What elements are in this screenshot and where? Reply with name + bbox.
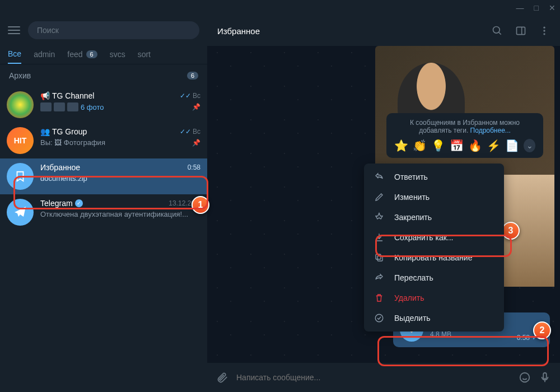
window-controls: — □ ✕ bbox=[0, 0, 560, 16]
message-input-row bbox=[207, 363, 560, 392]
copy-icon bbox=[374, 253, 384, 263]
read-checks-icon: ✓✓ bbox=[180, 92, 191, 100]
chat-panel: Избранное К сообщениям в Избранном можно… bbox=[207, 16, 560, 392]
telegram-icon bbox=[7, 199, 34, 226]
verified-icon: ✓ bbox=[75, 199, 83, 207]
emoji-icon[interactable] bbox=[519, 371, 531, 384]
avatar bbox=[7, 91, 34, 118]
chat-list: 📢TG Channel ✓✓ Вс 6 фото📌 HIT 👥TG Group … bbox=[0, 87, 207, 392]
tag-bulb[interactable]: 💡 bbox=[431, 139, 445, 152]
ctx-copy-name[interactable]: Копировать название bbox=[364, 248, 504, 268]
tags-banner: К сообщениям в Избранном можно добавлять… bbox=[386, 113, 543, 158]
callout-number-1: 1 bbox=[192, 196, 209, 214]
download-icon bbox=[374, 232, 384, 242]
svg-point-0 bbox=[493, 27, 500, 34]
minimize-button[interactable]: — bbox=[516, 3, 524, 12]
chat-item-channel[interactable]: 📢TG Channel ✓✓ Вс 6 фото📌 bbox=[0, 87, 207, 123]
tab-feed[interactable]: feed6 bbox=[67, 45, 97, 64]
sidebar: Поиск Все admin feed6 svcs sort Архив 6 … bbox=[0, 16, 207, 392]
svg-rect-7 bbox=[377, 256, 382, 261]
tag-bolt[interactable]: ⚡ bbox=[487, 139, 501, 152]
more-icon[interactable] bbox=[539, 25, 550, 36]
select-icon bbox=[374, 313, 384, 323]
chat-item-saved[interactable]: Избранное 0:58 documents.zip bbox=[0, 158, 207, 194]
svg-point-4 bbox=[543, 27, 545, 29]
sidebar-toggle-icon[interactable] bbox=[515, 25, 526, 36]
ctx-select[interactable]: Выделить bbox=[364, 308, 504, 328]
callout-number-2: 2 bbox=[533, 321, 551, 339]
folder-tabs: Все admin feed6 svcs sort bbox=[0, 45, 207, 64]
context-menu: Ответить Изменить Закрепить Сохранить ка… bbox=[364, 164, 504, 332]
message-input[interactable] bbox=[236, 373, 511, 382]
pin-icon bbox=[374, 212, 384, 222]
menu-icon[interactable] bbox=[8, 26, 20, 34]
tag-clap[interactable]: 👏 bbox=[413, 139, 427, 152]
tab-sort[interactable]: sort bbox=[138, 45, 151, 64]
tag-star[interactable]: ⭐ bbox=[394, 139, 408, 152]
chat-item-telegram[interactable]: Telegram ✓ 13.12.20... Отключена двухэта… bbox=[0, 194, 207, 230]
tab-badge: 6 bbox=[86, 50, 97, 58]
pin-icon: 📌 bbox=[192, 103, 200, 111]
ctx-edit[interactable]: Изменить bbox=[364, 187, 504, 207]
voice-icon[interactable] bbox=[539, 371, 551, 384]
file-size: 4.8 MB bbox=[430, 330, 510, 338]
tag-doc[interactable]: 📄 bbox=[505, 139, 519, 152]
close-button[interactable]: ✕ bbox=[549, 3, 556, 12]
tab-admin[interactable]: admin bbox=[34, 45, 55, 64]
ctx-pin[interactable]: Закрепить bbox=[364, 207, 504, 227]
read-checks-icon: ✓✓ bbox=[180, 128, 191, 136]
callout-number-3: 3 bbox=[502, 222, 520, 240]
tag-calendar[interactable]: 📅 bbox=[450, 139, 464, 152]
svg-rect-8 bbox=[376, 254, 381, 259]
maximize-button[interactable]: □ bbox=[534, 3, 539, 12]
svg-point-6 bbox=[543, 33, 545, 35]
forward-icon bbox=[374, 273, 384, 283]
chevron-down-icon[interactable]: ⌄ bbox=[524, 139, 535, 152]
tag-fire[interactable]: 🔥 bbox=[468, 139, 482, 152]
pin-icon: 📌 bbox=[192, 139, 200, 147]
archive-row[interactable]: Архив 6 bbox=[0, 64, 207, 87]
ctx-save-as[interactable]: Сохранить как... bbox=[364, 227, 504, 248]
chat-header: Избранное bbox=[207, 16, 560, 46]
svg-rect-2 bbox=[517, 27, 525, 34]
learn-more-link[interactable]: Подробнее... bbox=[470, 127, 511, 134]
svg-point-10 bbox=[520, 373, 530, 382]
svg-point-9 bbox=[375, 314, 383, 322]
chat-item-group[interactable]: HIT 👥TG Group ✓✓ Вс Вы: 🖼 Фотография📌 bbox=[0, 123, 207, 158]
avatar: HIT bbox=[7, 127, 34, 154]
search-input[interactable]: Поиск bbox=[28, 21, 199, 39]
reply-icon bbox=[374, 172, 384, 182]
bookmark-icon bbox=[7, 163, 34, 190]
ctx-delete[interactable]: Удалить bbox=[364, 288, 504, 308]
archive-badge: 6 bbox=[187, 72, 198, 80]
tag-emoji-row: ⭐ 👏 💡 📅 🔥 ⚡ 📄 ⌄ bbox=[394, 139, 535, 152]
svg-rect-11 bbox=[543, 373, 547, 379]
attach-icon[interactable] bbox=[216, 371, 228, 384]
edit-icon bbox=[374, 192, 384, 202]
tab-all[interactable]: Все bbox=[8, 45, 21, 64]
ctx-reply[interactable]: Ответить bbox=[364, 167, 504, 187]
search-icon[interactable] bbox=[492, 25, 503, 36]
ctx-forward[interactable]: Переслать bbox=[364, 268, 504, 288]
messages-area[interactable]: К сообщениям в Избранном можно добавлять… bbox=[207, 46, 560, 363]
chat-title[interactable]: Избранное bbox=[217, 26, 260, 36]
tab-svcs[interactable]: svcs bbox=[110, 45, 125, 64]
svg-line-1 bbox=[499, 32, 501, 35]
trash-icon bbox=[374, 293, 384, 303]
svg-point-5 bbox=[543, 30, 545, 31]
